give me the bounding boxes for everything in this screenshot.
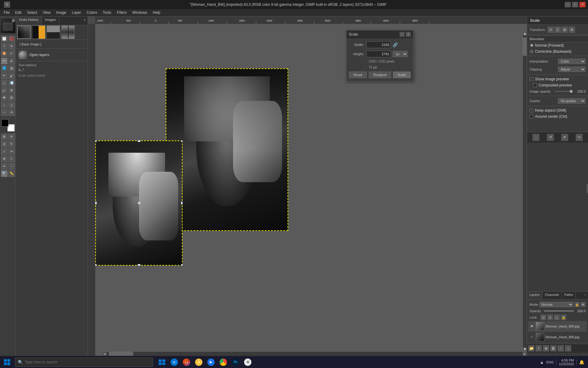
tab-undo-history[interactable]: Undo History bbox=[16, 17, 42, 25]
taskbar-firefox-icon[interactable]: 🦊 bbox=[181, 357, 192, 368]
layer-small-photo[interactable] bbox=[95, 140, 183, 266]
tool-shear[interactable]: ⥤ bbox=[8, 148, 15, 155]
layers-panel-close[interactable]: × bbox=[582, 292, 588, 299]
tool-perspective-clone[interactable]: ⊞ bbox=[8, 94, 15, 101]
hscroll-thumb[interactable] bbox=[109, 352, 133, 356]
lock-all-btn[interactable]: 🔒 bbox=[561, 315, 566, 320]
width-input[interactable] bbox=[366, 41, 391, 48]
handle-tc[interactable] bbox=[138, 140, 141, 142]
tool-gradient[interactable]: ▥ bbox=[8, 65, 15, 72]
tool-unified-transform[interactable]: ⇔ bbox=[1, 163, 8, 170]
scale-button[interactable]: Scale bbox=[393, 71, 411, 78]
taskbar-search-bar[interactable]: 🔍 bbox=[15, 358, 153, 367]
layers-tab-paths[interactable]: Paths bbox=[562, 292, 576, 299]
handle-br[interactable] bbox=[181, 264, 183, 266]
clipping-select[interactable]: Adjust Clip Crop to result Crop with asp… bbox=[558, 67, 586, 72]
tool-perspective[interactable]: ⟡ bbox=[8, 155, 15, 162]
panel-close-btn[interactable]: × bbox=[82, 17, 88, 25]
mode-select[interactable]: Normal Multiply Screen Overlay bbox=[539, 302, 573, 307]
tray-notifications[interactable]: 🔔 bbox=[579, 360, 584, 365]
menu-tools[interactable]: Tools bbox=[100, 10, 114, 15]
taskbar-app-icon[interactable]: ⊞ bbox=[242, 357, 253, 368]
tool-warp-transform[interactable]: ~ bbox=[8, 163, 15, 170]
tool-crop[interactable]: ⊡ bbox=[1, 141, 8, 148]
layer-mask-thumb[interactable] bbox=[61, 25, 75, 39]
menu-edit[interactable]: Edit bbox=[13, 10, 24, 15]
layer-opacity-slider[interactable] bbox=[544, 310, 574, 312]
panel-action-reset[interactable]: ↺ bbox=[547, 134, 554, 141]
radio-corrective[interactable] bbox=[530, 50, 533, 53]
layer-action-delete[interactable]: 🗑 bbox=[550, 345, 556, 351]
tool-rotate[interactable]: ↻ bbox=[8, 141, 15, 148]
tool-select-ellipse[interactable]: ⭕ bbox=[8, 36, 15, 42]
taskbar-task-view[interactable] bbox=[156, 357, 168, 368]
tool-paintbrush[interactable]: 🖌 bbox=[8, 72, 15, 79]
tool-select-scissors[interactable]: ✂ bbox=[8, 50, 15, 57]
hscroll-left[interactable]: ◄ bbox=[103, 352, 107, 356]
tool-measure[interactable]: 📏 bbox=[8, 170, 15, 177]
menu-colors[interactable]: Colors bbox=[84, 10, 100, 15]
taskbar-media-icon[interactable]: ▶ bbox=[205, 357, 217, 368]
foreground-color-swatch[interactable] bbox=[1, 119, 9, 127]
foreground-layer-thumb[interactable] bbox=[17, 25, 31, 39]
layer-eye-1[interactable]: 👁 bbox=[530, 335, 534, 339]
height-input[interactable] bbox=[366, 51, 391, 57]
menu-image[interactable]: Image bbox=[54, 10, 69, 15]
open-layers-section[interactable]: Open layers bbox=[16, 49, 88, 61]
tool-select-fuzzy[interactable]: ✦ bbox=[8, 43, 15, 50]
transform-icon-4[interactable]: ⊞ bbox=[569, 27, 575, 33]
vscroll-thumb[interactable] bbox=[523, 37, 527, 56]
mode-lock-btn[interactable]: 🔒 bbox=[575, 302, 579, 307]
canvas-vscroll[interactable]: ▲ ▼ bbox=[522, 31, 527, 351]
keep-aspect-checkbox[interactable]: ✓ bbox=[530, 109, 533, 112]
vscroll-up[interactable]: ▲ bbox=[523, 31, 527, 36]
layer-action-move-up[interactable]: ↑ bbox=[558, 345, 564, 351]
tool-blur[interactable]: ○ bbox=[1, 102, 8, 109]
layer-action-new-group[interactable]: 📁 bbox=[528, 345, 534, 351]
tray-language[interactable]: ENG bbox=[546, 360, 554, 364]
menu-view[interactable]: View bbox=[40, 10, 53, 15]
taskbar-chrome-icon[interactable]: ○ bbox=[218, 357, 229, 368]
menu-windows[interactable]: Windows bbox=[130, 10, 150, 15]
tool-bucket-fill[interactable]: 🪣 bbox=[1, 65, 8, 72]
scale-dialog-close[interactable]: × bbox=[406, 32, 411, 37]
around-center-checkbox[interactable] bbox=[530, 115, 533, 118]
layer-action-move-down[interactable]: ↓ bbox=[565, 345, 571, 351]
lock-pixels-btn[interactable]: ⊡ bbox=[541, 315, 546, 320]
tool-heal[interactable]: ✚ bbox=[1, 94, 8, 101]
panel-action-ok[interactable]: ↪ bbox=[576, 134, 582, 141]
system-clock[interactable]: 4:55 PM 12/3/2020 bbox=[559, 358, 574, 366]
menu-file[interactable]: File bbox=[1, 10, 12, 15]
tool-ink[interactable]: 🖊 bbox=[1, 87, 8, 94]
reset-button[interactable]: Reset bbox=[349, 71, 367, 78]
panel-action-delete[interactable]: ✕ bbox=[561, 134, 568, 141]
transform-icon-1[interactable]: ⊡ bbox=[548, 27, 554, 33]
handle-bc[interactable] bbox=[138, 264, 141, 266]
panel-action-new[interactable]: ↓ bbox=[533, 134, 539, 141]
tool-select-rect[interactable]: ⬜ bbox=[1, 36, 8, 42]
taskbar-photoshop-icon[interactable]: Ps bbox=[230, 357, 241, 368]
opacity-slider[interactable] bbox=[555, 91, 573, 92]
layer-action-new[interactable]: + bbox=[536, 345, 542, 351]
menu-select[interactable]: Select bbox=[24, 10, 40, 15]
tool-text[interactable]: A bbox=[8, 58, 15, 64]
radio-normal[interactable] bbox=[530, 44, 533, 47]
minimize-button[interactable]: − bbox=[565, 2, 571, 7]
layer-action-copy[interactable]: ⊕ bbox=[543, 345, 549, 351]
layer-eye-0[interactable]: 👁 bbox=[530, 324, 534, 329]
scale-dialog-minimize[interactable]: − bbox=[400, 32, 405, 37]
transform-icon-2[interactable]: ◫ bbox=[555, 27, 561, 33]
color-swatch-thumb[interactable] bbox=[32, 25, 45, 39]
tool-handle-transform[interactable]: ⊕ bbox=[1, 155, 8, 162]
layer-item-1[interactable]: 👁 Woman_Hand_BW.jpg bbox=[528, 332, 587, 343]
tool-smudge[interactable]: 〰 bbox=[1, 109, 8, 116]
tool-scale-tool[interactable]: ⤢ bbox=[1, 148, 8, 155]
tool-eraser[interactable]: ◻ bbox=[1, 80, 8, 86]
handle-tr[interactable] bbox=[181, 140, 183, 142]
interpolation-select[interactable]: Cubic Linear None NoHalo bbox=[558, 59, 586, 64]
tab-images[interactable]: Images bbox=[42, 17, 59, 25]
tool-pencil[interactable]: ✏ bbox=[1, 72, 8, 79]
layers-tab-channels[interactable]: Channels bbox=[542, 292, 562, 299]
layer-large-photo[interactable] bbox=[166, 68, 288, 231]
tool-airbrush[interactable]: 💨 bbox=[8, 80, 15, 86]
